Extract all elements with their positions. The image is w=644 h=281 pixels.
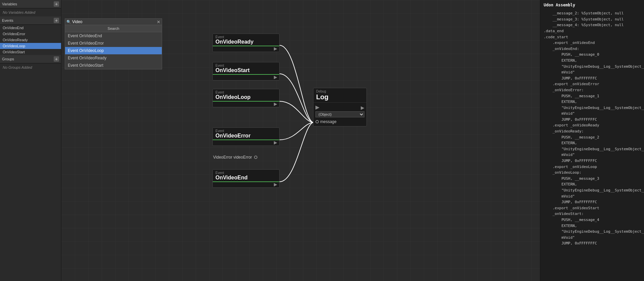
variables-section-label: Variables (2, 2, 17, 6)
assembly-line: PUSH, __message_4 (544, 217, 641, 223)
assembly-line: .export _onVideoEnd (544, 40, 641, 46)
assembly-line: EXTERN, (544, 58, 641, 64)
events-list: OnVideoEndOnVideoErrorOnVideoReadyOnVide… (0, 25, 61, 55)
search-result-item[interactable]: Event OnVideoReady (65, 54, 162, 62)
add-event-btn[interactable]: + (54, 18, 59, 23)
assembly-panel: Udon Assembly __message_2: %SystemObject… (540, 0, 644, 281)
assembly-line: _onVideoEnd: (544, 46, 641, 52)
assembly-line: PUSH, __message_2 (544, 134, 641, 140)
assembly-line: "UnityEngineDebug__Log__SystemObject__Sy… (544, 105, 641, 111)
node-onvideoloop-title: OnVideoLoop (215, 94, 277, 100)
node-onvideoerror-header: Event OnVideoError (213, 128, 279, 140)
assembly-line: _onVideoStart: (544, 211, 641, 217)
sidebar: Variables + No Variables Added Events + … (0, 0, 61, 281)
assembly-line: __message_4: %SystemObject, null (544, 22, 641, 28)
events-section-header[interactable]: Events + (0, 16, 61, 25)
debug-type-select[interactable]: (Object) String int (315, 111, 364, 117)
video-error-row: VideoError videoError (213, 155, 257, 160)
node-debug-log: Debug Log ▶ (Object) String int (313, 88, 367, 126)
onvideostart-out-port (274, 76, 277, 79)
sidebar-event-item[interactable]: OnVideoError (0, 31, 61, 37)
search-bar: 🔍 ✕ (65, 19, 162, 25)
groups-section-label: Groups (2, 57, 14, 61)
node-onvideostart-port (213, 75, 279, 80)
variables-section-header[interactable]: Variables + (0, 0, 61, 8)
search-result-item[interactable]: Event OnVideoError (65, 40, 162, 47)
node-onvideoend-title: OnVideoEnd (215, 175, 277, 181)
search-dropdown: 🔍 ✕ Search Event OnVideoEndEvent OnVideo… (65, 18, 162, 69)
node-onvideoloop-port (213, 102, 279, 107)
assembly-line: PUSH, __message_3 (544, 176, 641, 182)
assembly-line: EXTERN, (544, 223, 641, 229)
assembly-line: __message_2: %SystemObject, null (544, 10, 641, 16)
assembly-line: PUSH, __message_0 (544, 52, 641, 58)
groups-section-header[interactable]: Groups + (0, 55, 61, 63)
onvideoerror-out-port (274, 141, 277, 145)
assembly-line: EXTERN, (544, 181, 641, 187)
assembly-line: _onVideoReady: (544, 128, 641, 134)
node-onvideoready-type: Event (215, 35, 277, 39)
sidebar-event-item[interactable]: OnVideoLoop (0, 43, 61, 49)
node-onvideoerror-title: OnVideoError (215, 133, 277, 139)
assembly-line: "UnityEngineDebug__Log__SystemObject__Sy… (544, 187, 641, 193)
debug-log-in-port (315, 106, 319, 110)
assembly-line: JUMP, 0xFFFFFFFC (544, 75, 641, 81)
assembly-line: EXTERN, (544, 140, 641, 146)
debug-message-row: message (315, 119, 364, 125)
assembly-line: mVoid" (544, 235, 641, 241)
onvideoready-out-port (274, 47, 277, 51)
assembly-line: "UnityEngineDebug__Log__SystemObject__Sy… (544, 64, 641, 70)
assembly-line: .data_end (544, 28, 641, 34)
assembly-line: .export _onVideoError (544, 81, 641, 87)
search-icon: 🔍 (66, 20, 71, 24)
debug-message-label: message (320, 119, 337, 124)
events-section-label: Events (2, 18, 13, 22)
onvideoend-out-port (274, 183, 277, 186)
search-result-item[interactable]: Event OnVideoStart (65, 62, 162, 69)
node-onvideoerror: Event OnVideoError (212, 127, 280, 146)
debug-play-btn[interactable]: ▶ (361, 105, 364, 110)
node-onvideoend-header: Event OnVideoEnd (213, 170, 279, 182)
debug-log-type: Debug (316, 90, 364, 93)
node-onvideoloop-header: Event OnVideoLoop (213, 89, 279, 102)
add-variable-btn[interactable]: + (54, 1, 59, 7)
node-onvideoend-type: Event (215, 171, 277, 175)
debug-log-body: ▶ (Object) String int message (313, 103, 366, 126)
node-onvideoready: Event OnVideoReady (212, 34, 280, 52)
assembly-line: JUMP, 0xFFFFFFFC (544, 158, 641, 164)
search-result-item[interactable]: Event OnVideoLoop (65, 47, 162, 54)
assembly-line: mVoid" (544, 111, 641, 117)
debug-log-title: Log (316, 93, 364, 101)
search-input[interactable] (72, 19, 157, 24)
node-onvideoend-port (213, 182, 279, 187)
node-onvideoerror-port (213, 140, 279, 146)
sidebar-event-item[interactable]: OnVideoEnd (0, 25, 61, 31)
assembly-line: PUSH, __message_1 (544, 93, 641, 99)
sidebar-event-item[interactable]: OnVideoStart (0, 49, 61, 55)
node-onvideostart: Event OnVideoStart (212, 62, 280, 80)
debug-dropdown-row: (Object) String int (315, 111, 364, 117)
node-onvideostart-title: OnVideoStart (215, 67, 277, 73)
search-clear-btn[interactable]: ✕ (157, 20, 160, 24)
assembly-line: JUMP, 0xFFFFFFFC (544, 240, 641, 246)
add-group-btn[interactable]: + (54, 56, 59, 62)
assembly-lines: __message_2: %SystemObject, null __messa… (544, 10, 641, 246)
onvideoloop-out-port (274, 103, 277, 106)
assembly-line: __message_3: %SystemObject, null (544, 16, 641, 22)
sidebar-event-item[interactable]: OnVideoReady (0, 37, 61, 43)
assembly-line: mVoid" (544, 69, 641, 75)
node-onvideostart-header: Event OnVideoStart (213, 62, 279, 75)
assembly-line: "UnityEngineDebug__Log__SystemObject__Sy… (544, 146, 641, 152)
node-onvideoloop: Event OnVideoLoop (212, 89, 280, 107)
assembly-line: mVoid" (544, 152, 641, 158)
search-results-list: Event OnVideoEndEvent OnVideoErrorEvent … (65, 32, 162, 69)
node-onvideoend: Event OnVideoEnd (212, 169, 280, 188)
node-onvideostart-type: Event (215, 64, 277, 67)
search-result-item[interactable]: Event OnVideoEnd (65, 32, 162, 40)
node-onvideoerror-type: Event (215, 129, 277, 133)
assembly-line: .code_start (544, 34, 641, 40)
node-onvideoready-port (213, 46, 279, 52)
assembly-line: JUMP, 0xFFFFFFFC (544, 199, 641, 205)
assembly-line: _onVideoLoop: (544, 170, 641, 176)
node-onvideoloop-type: Event (215, 91, 277, 94)
